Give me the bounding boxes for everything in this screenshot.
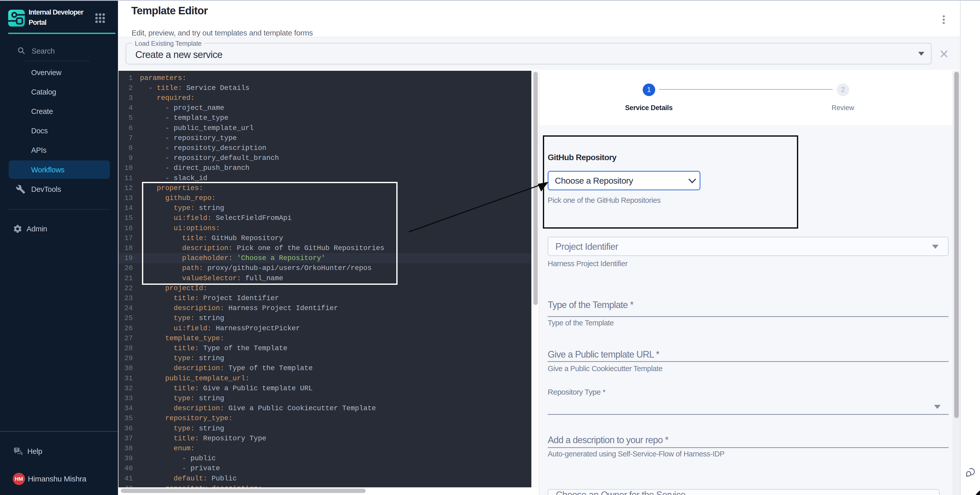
svg-text:?: ? [16,447,18,452]
